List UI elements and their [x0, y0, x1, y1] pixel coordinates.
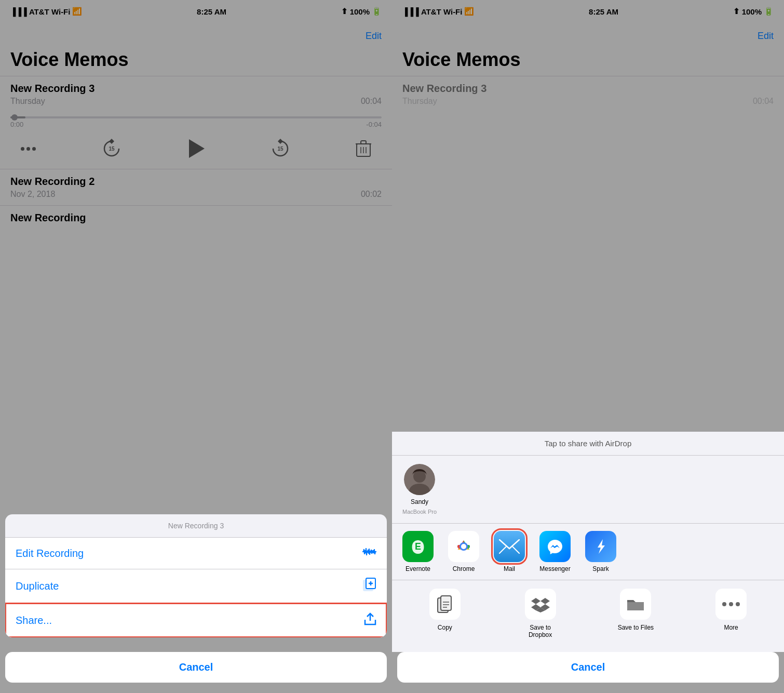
share-icon [364, 611, 376, 629]
share-option[interactable]: Share... [5, 603, 387, 637]
mail-label: Mail [504, 565, 515, 572]
spark-label: Spark [592, 565, 609, 572]
copy-icon-box [429, 589, 461, 620]
airdrop-label: Tap to share with AirDrop [545, 439, 632, 448]
edit-recording-label: Edit Recording [16, 548, 84, 559]
dropbox-icon-box [525, 589, 556, 620]
duplicate-icon [363, 578, 376, 594]
duplicate-label: Duplicate [16, 580, 59, 592]
action-more[interactable]: More [710, 589, 752, 638]
app-item-chrome[interactable]: Chrome [443, 531, 484, 572]
more-icon-box [715, 589, 747, 620]
more-label: More [724, 624, 738, 631]
action-files[interactable]: Save to Files [615, 589, 656, 638]
svg-point-13 [413, 470, 426, 483]
messenger-icon [539, 531, 571, 562]
svg-point-21 [461, 544, 466, 549]
mail-icon [494, 531, 525, 562]
duplicate-option[interactable]: Duplicate [5, 569, 387, 603]
action-copy[interactable]: Copy [424, 589, 466, 638]
evernote-icon: E [402, 531, 434, 562]
svg-text:E: E [415, 541, 421, 552]
right-phone-screen: ▐▐▐ AT&T Wi-Fi 📶 8:25 AM ⬆ 100% 🔋 Edit V… [392, 0, 784, 693]
contact-name-sandy: Sandy [411, 498, 428, 505]
contact-avatar-sandy [404, 464, 435, 495]
messenger-label: Messenger [539, 565, 570, 572]
chrome-icon [448, 531, 479, 562]
svg-rect-30 [627, 602, 644, 610]
waveform-icon [362, 546, 376, 561]
contact-device-sandy: MacBook Pro [402, 509, 437, 515]
app-item-evernote[interactable]: E Evernote [397, 531, 439, 572]
files-label: Save to Files [618, 624, 654, 631]
action-dropbox[interactable]: Save to Dropbox [520, 589, 561, 638]
context-menu-overlay: New Recording 3 Edit Recording Duplicate [0, 0, 392, 693]
share-sheet: Tap to share with AirDrop [392, 432, 784, 652]
more-dots-icon [722, 602, 740, 606]
apps-row: E Evernote [392, 524, 784, 580]
airdrop-bar: Tap to share with AirDrop [392, 432, 784, 456]
share-label: Share... [16, 615, 52, 627]
files-icon-box [620, 589, 651, 620]
svg-rect-26 [441, 596, 451, 610]
cancel-button-left[interactable]: Cancel [5, 652, 387, 683]
edit-recording-option[interactable]: Edit Recording [5, 538, 387, 569]
app-item-messenger[interactable]: Messenger [534, 531, 576, 572]
actions-row: Copy Save to Dropbox [392, 580, 784, 647]
app-item-mail[interactable]: Mail [489, 531, 530, 572]
left-phone-screen: ▐▐▐ AT&T Wi-Fi 📶 8:25 AM ⬆ 100% 🔋 Edit V… [0, 0, 392, 693]
files-icon [626, 596, 645, 612]
cancel-button-right[interactable]: Cancel [397, 652, 779, 683]
contact-sandy[interactable]: Sandy MacBook Pro [402, 464, 437, 515]
dropbox-label: Save to Dropbox [520, 624, 561, 638]
evernote-label: Evernote [405, 565, 430, 572]
person-photo-sandy [404, 464, 435, 495]
chrome-label: Chrome [453, 565, 475, 572]
context-menu: New Recording 3 Edit Recording Duplicate [5, 514, 387, 637]
copy-label: Copy [438, 624, 452, 631]
svg-line-23 [499, 547, 506, 554]
svg-line-24 [512, 547, 520, 554]
spark-icon [585, 531, 616, 562]
copy-icon [437, 595, 453, 614]
contacts-row: Sandy MacBook Pro [392, 456, 784, 524]
dropbox-icon [531, 596, 550, 612]
context-menu-title: New Recording 3 [5, 514, 387, 538]
share-sheet-overlay: Tap to share with AirDrop [392, 0, 784, 693]
app-item-spark[interactable]: Spark [580, 531, 621, 572]
